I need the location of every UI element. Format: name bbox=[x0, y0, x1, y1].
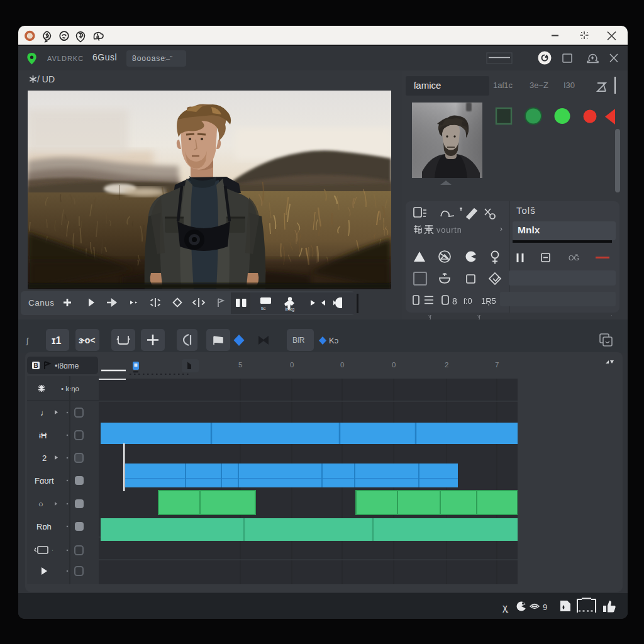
svg-text:ɪ1: ɪ1 bbox=[52, 335, 61, 346]
svg-text:ɝo<: ɝo< bbox=[79, 335, 95, 345]
svg-text:5: 5 bbox=[238, 361, 242, 369]
svg-text:0: 0 bbox=[340, 361, 344, 369]
svg-text:9: 9 bbox=[543, 602, 547, 612]
svg-text:7: 7 bbox=[495, 361, 499, 369]
svg-text:8: 8 bbox=[452, 296, 457, 306]
svg-text:Imkg: Imkg bbox=[285, 307, 294, 312]
svg-text:Kɔ: Kɔ bbox=[329, 336, 338, 345]
svg-text:2: 2 bbox=[445, 361, 448, 369]
svg-text:BſR: BſR bbox=[292, 336, 305, 345]
svg-text:0: 0 bbox=[392, 361, 396, 369]
svg-text:OǦ: OǦ bbox=[569, 254, 579, 262]
svg-text:Fɑʊrt: Fɑʊrt bbox=[35, 476, 54, 486]
svg-text:ˈ: ˈ bbox=[52, 549, 53, 555]
svg-text:0: 0 bbox=[290, 361, 294, 369]
svg-text:ſ:0: ſ:0 bbox=[464, 296, 472, 306]
svg-text:○: ○ bbox=[38, 499, 43, 509]
svg-text:Rɒh: Rɒh bbox=[36, 522, 52, 531]
svg-text:χ̨: χ̨ bbox=[502, 602, 509, 613]
svg-text:♩: ♩ bbox=[40, 408, 48, 418]
svg-text:ɨĦ: ɨĦ bbox=[39, 431, 47, 440]
svg-text:ʃ: ʃ bbox=[26, 336, 29, 345]
svg-text:1Ŗ5: 1Ŗ5 bbox=[481, 296, 496, 306]
svg-text:2: 2 bbox=[42, 453, 47, 463]
svg-text:tic: tic bbox=[261, 306, 266, 311]
